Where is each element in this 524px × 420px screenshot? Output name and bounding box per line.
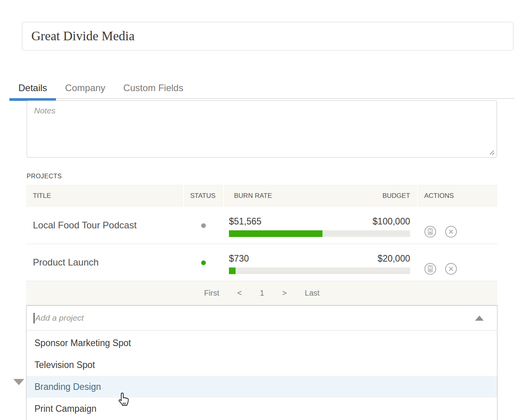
column-header-status: STATUS (183, 185, 223, 207)
remove-project-button[interactable] (445, 263, 457, 275)
burn-rate-value: $51,565 (229, 216, 261, 227)
burn-progress-bar (229, 267, 410, 274)
actions-cell: $ (417, 207, 497, 244)
status-dot (201, 223, 206, 228)
project-title[interactable]: Local Food Tour Podcast (26, 207, 183, 244)
pagination-next[interactable]: > (282, 289, 287, 298)
add-project-placeholder: Add a project (35, 313, 84, 323)
burn-progress-bar (229, 230, 410, 237)
tab-custom-fields[interactable]: Custom Fields (114, 83, 192, 98)
projects-table: TITLE STATUS BURN RATE BUDGET ACTIONS Lo… (26, 185, 497, 305)
dropdown-option-sponsor-marketing-spot[interactable]: Sponsor Marketing Spot (27, 332, 497, 354)
table-row: Product Launch $730 $20,000 $ (26, 244, 497, 281)
column-header-burn-rate: BURN RATE (234, 192, 272, 200)
add-project-dropdown: Add a project Sponsor Marketing Spot Tel… (26, 305, 497, 420)
projects-section-label: PROJECTS (27, 173, 62, 180)
text-caret (34, 313, 34, 323)
company-record-page: Great Divide Media Details Company Custo… (0, 0, 524, 420)
record-title-input[interactable]: Great Divide Media (22, 22, 513, 50)
column-header-burn-budget: BURN RATE BUDGET (223, 185, 417, 207)
dropdown-option-television-spot[interactable]: Television Spot (27, 354, 497, 376)
chevron-down-icon[interactable] (13, 379, 24, 385)
add-project-options: Sponsor Marketing Spot Television Spot B… (27, 330, 497, 420)
add-project-input[interactable]: Add a project (27, 306, 497, 330)
table-pagination: First < 1 > Last (26, 281, 497, 305)
notes-field-wrap (27, 101, 497, 158)
pagination-prev[interactable]: < (237, 289, 242, 298)
column-header-title: TITLE (26, 185, 183, 207)
burn-progress-fill (229, 230, 322, 237)
burn-rate-value: $730 (229, 253, 249, 264)
budget-value: $100,000 (373, 216, 410, 227)
dropdown-option-branding-design[interactable]: Branding Design (27, 376, 497, 398)
remove-project-button[interactable] (445, 226, 457, 238)
table-row: Local Food Tour Podcast $51,565 $100,000… (26, 207, 497, 244)
column-header-budget: BUDGET (382, 192, 410, 200)
budget-calculator-button[interactable]: $ (424, 263, 436, 275)
pagination-last[interactable]: Last (305, 289, 320, 298)
tab-company[interactable]: Company (56, 83, 114, 98)
tab-details[interactable]: Details (9, 83, 56, 98)
actions-cell: $ (417, 244, 497, 281)
status-dot (201, 260, 206, 265)
pagination-first[interactable]: First (204, 289, 219, 298)
notes-textarea[interactable] (27, 101, 497, 158)
pagination-current-page[interactable]: 1 (260, 289, 264, 298)
burn-budget-cell: $51,565 $100,000 (223, 207, 417, 244)
burn-budget-cell: $730 $20,000 (223, 244, 417, 281)
project-title[interactable]: Product Launch (26, 244, 183, 281)
burn-progress-fill (229, 267, 236, 274)
chevron-up-icon[interactable] (475, 316, 484, 321)
project-status-cell (183, 207, 223, 244)
projects-table-header: TITLE STATUS BURN RATE BUDGET ACTIONS (26, 185, 497, 207)
project-status-cell (183, 244, 223, 281)
tab-bar: Details Company Custom Fields (9, 81, 515, 99)
budget-value: $20,000 (378, 253, 410, 264)
budget-calculator-button[interactable]: $ (424, 226, 436, 238)
dropdown-option-print-campaign[interactable]: Print Campaign (27, 398, 497, 420)
column-header-actions: ACTIONS (417, 185, 497, 207)
